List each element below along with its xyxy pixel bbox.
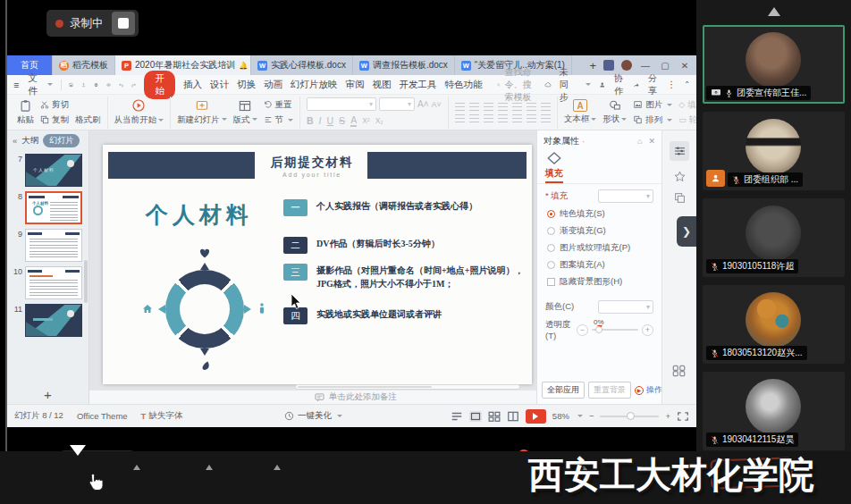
fit-slide-icon[interactable] <box>677 411 689 422</box>
textbox-button[interactable]: A 文本框 <box>564 99 597 125</box>
expand-panel-chevron[interactable]: ❯ <box>677 216 696 247</box>
picture-button[interactable]: 图片 <box>633 99 672 111</box>
share-button[interactable]: 分享 <box>648 72 659 97</box>
increase-font-icon[interactable]: A˄ <box>417 99 429 109</box>
save-icon[interactable] <box>69 80 73 90</box>
zoom-in-button[interactable]: + <box>665 411 670 421</box>
menu-item-devtools[interactable]: 开发工具 <box>399 79 436 91</box>
slide-thumbnail-11[interactable] <box>25 304 82 337</box>
redo-icon[interactable] <box>131 80 136 90</box>
decrease-font-icon[interactable]: A˅ <box>432 100 442 109</box>
slider-thumb[interactable] <box>595 326 602 333</box>
missing-font-warning[interactable]: 缺失字体 <box>148 410 182 422</box>
reading-view-icon[interactable] <box>507 411 519 422</box>
tab-presentation[interactable]: P2020年暑期社会实践培训🔔• <box>115 55 251 75</box>
hamburger-icon[interactable]: ≡ <box>13 80 20 90</box>
transparency-minus-button[interactable]: − <box>577 324 588 336</box>
font-family-select[interactable]: ▾ <box>307 97 376 111</box>
undo-icon[interactable] <box>119 80 123 90</box>
scroll-up-icon[interactable] <box>768 7 780 16</box>
participant-tile[interactable]: 团委组织部 ... <box>703 112 845 190</box>
collapse-panel-icon[interactable]: « <box>13 136 17 146</box>
slide-thumbnail-9[interactable] <box>25 229 82 262</box>
layout-button[interactable]: 版式 <box>233 99 257 126</box>
slide-thumbnail-8-current[interactable]: 个人材料 <box>25 191 82 224</box>
fill-tab[interactable]: 填充 <box>545 167 563 183</box>
subscript-button[interactable]: X₂ <box>375 116 383 125</box>
copy-button[interactable]: 复制 <box>40 114 69 126</box>
fill-type-select[interactable]: ▾ <box>598 189 653 203</box>
menu-item-design[interactable]: 设计 <box>210 79 229 91</box>
radio-pattern-fill[interactable]: 图案填充(A) <box>547 259 661 271</box>
notes-bar[interactable]: 单击此处添加备注 <box>89 390 536 404</box>
transparency-slider[interactable]: 0% <box>592 329 638 331</box>
stop-recording-button[interactable] <box>112 12 135 35</box>
participant-tile[interactable]: 19030105118许超 <box>703 198 845 277</box>
slide[interactable]: 后期提交材料 Add your title 个人材料 一 个人实践报告（调研报告… <box>103 145 532 384</box>
share-options-caret[interactable] <box>274 465 281 470</box>
properties-strip-icon[interactable] <box>670 141 689 161</box>
collab-button[interactable]: 协作 <box>614 72 625 97</box>
recommend-strip-icon[interactable] <box>670 166 689 186</box>
menu-item-review[interactable]: 审阅 <box>345 79 364 91</box>
add-slide-button[interactable]: + <box>7 387 88 402</box>
menu-item-animation[interactable]: 动画 <box>264 79 282 91</box>
zoom-out-button[interactable]: − <box>589 411 594 421</box>
normal-view-icon[interactable] <box>469 411 482 422</box>
beautify-button[interactable]: 一键美化 <box>284 410 342 422</box>
pane-grid-icon[interactable] <box>672 365 686 377</box>
format-painter-button[interactable]: 格式刷 <box>75 114 101 126</box>
zoom-slider[interactable] <box>600 416 659 417</box>
play-from-current-button[interactable]: 从当前开始 <box>114 98 164 126</box>
slideshow-play-button[interactable] <box>526 409 546 424</box>
new-slide-button[interactable]: 新建幻灯片 <box>177 99 227 126</box>
radio-picture-fill[interactable]: 图片或纹理填充(P) <box>547 242 661 254</box>
transparency-plus-button[interactable]: + <box>642 324 653 336</box>
menu-item-view[interactable]: 视图 <box>372 79 391 91</box>
menu-item-start[interactable]: 开始 <box>144 71 175 99</box>
reset-button[interactable]: 重置 <box>264 99 294 111</box>
radio-solid-fill[interactable]: 纯色填充(S) <box>547 208 661 220</box>
arrange-button[interactable]: 排列 <box>633 114 672 126</box>
apply-all-button[interactable]: 全部应用 <box>542 382 585 399</box>
scroll-down-icon[interactable] <box>70 445 86 456</box>
underline-button[interactable]: U <box>327 115 334 126</box>
pin-icon[interactable]: ⌂ <box>637 137 642 146</box>
thumbnail-scrollbar[interactable] <box>84 260 88 303</box>
participant-tile[interactable]: 19030412115赵昊 <box>703 372 845 450</box>
radio-gradient-fill[interactable]: 渐变填充(G) <box>547 225 661 237</box>
slide-thumbnail-7[interactable]: 个人材料 <box>25 154 82 187</box>
strike-button[interactable]: S <box>339 115 345 126</box>
zoom-slider-thumb[interactable] <box>627 412 635 420</box>
close-panel-icon[interactable]: ✕ <box>648 137 655 146</box>
paste-button[interactable]: 粘贴 <box>17 99 34 126</box>
reset-background-button[interactable]: 重置背景 <box>588 382 631 399</box>
participant-tile[interactable]: 18030513120赵兴... <box>703 285 845 364</box>
collapse-ribbon-icon[interactable]: ⌃ <box>684 80 690 88</box>
tab-doc-2[interactable]: W调查报告模板.docx <box>353 55 455 75</box>
print-icon[interactable] <box>94 80 98 90</box>
layers-strip-icon[interactable] <box>670 188 689 207</box>
video-options-caret[interactable] <box>206 465 213 470</box>
tab-docer[interactable]: 稻稻壳模板 <box>53 55 115 75</box>
menu-item-insert[interactable]: 插入 <box>183 79 202 91</box>
bold-button[interactable]: B <box>307 115 314 126</box>
zoom-level[interactable]: 58% <box>552 411 569 421</box>
section-button[interactable]: 节 <box>264 114 294 126</box>
italic-button[interactable]: I <box>319 115 322 126</box>
preview-icon[interactable] <box>106 80 111 90</box>
tab-doc-1[interactable]: W实践心得模板.docx <box>251 55 353 75</box>
tab-outline[interactable]: 大纲 <box>21 135 38 147</box>
font-size-select[interactable]: ▾ <box>379 97 415 111</box>
export-icon[interactable] <box>81 80 86 90</box>
mic-options-caret[interactable] <box>133 465 140 470</box>
superscript-button[interactable]: X² <box>362 116 370 125</box>
cut-button[interactable]: 剪切 <box>40 99 101 111</box>
notes-toggle-icon[interactable] <box>451 411 463 422</box>
more-menu-icon[interactable]: ⋮ <box>667 80 676 89</box>
menu-item-transition[interactable]: 切换 <box>237 79 256 91</box>
slide-sorter-icon[interactable] <box>488 411 501 422</box>
menu-item-features[interactable]: 特色功能 <box>444 79 482 91</box>
checkbox-hide-background[interactable]: 隐藏背景图形(H) <box>547 276 661 288</box>
shapes-button[interactable]: 形状 <box>602 99 627 125</box>
